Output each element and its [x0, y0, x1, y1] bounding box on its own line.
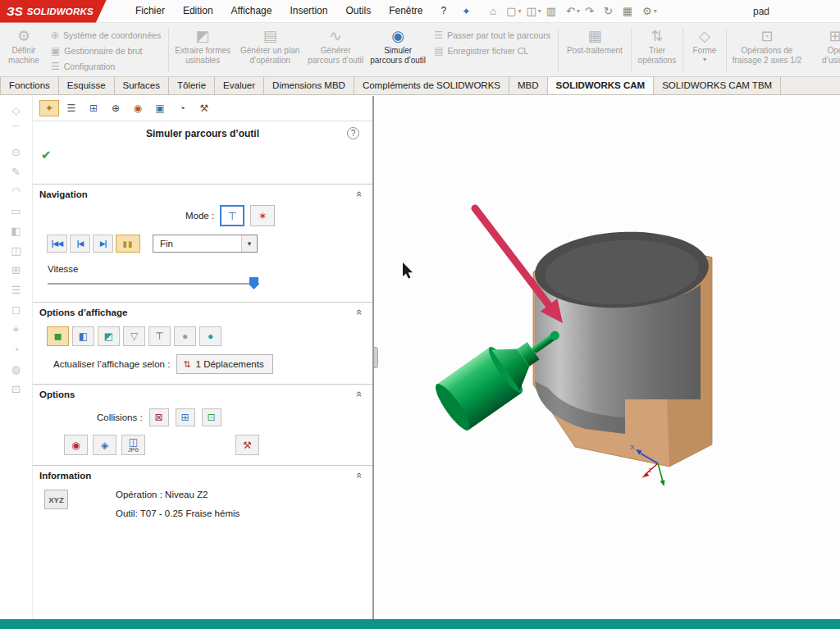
show-comparison-button[interactable]: ●: [199, 326, 221, 346]
tab-complements-solidworks[interactable]: Compléments de SOLIDWORKS: [354, 77, 509, 94]
save-model-button[interactable]: ◈: [93, 435, 116, 455]
panel-splitter-handle[interactable]: [374, 347, 378, 368]
collision-stop-button[interactable]: ⊠: [149, 408, 169, 426]
tab-evaluer[interactable]: Evaluer: [215, 77, 264, 94]
ribbon-step-through-button[interactable]: ☰ Passer par tout le parcours: [434, 30, 550, 41]
speed-slider[interactable]: [48, 277, 259, 290]
view-settings-icon[interactable]: ▦: [618, 5, 637, 17]
record-simulation-button[interactable]: ◉: [64, 435, 88, 455]
panel-tab-globe[interactable]: ◉: [128, 100, 148, 116]
panel-tab-tools[interactable]: ⚒: [194, 100, 214, 116]
ribbon-stock-manager-button[interactable]: ▣ Gestionnaire de brut: [51, 45, 161, 57]
show-tool-button[interactable]: ▽: [123, 326, 145, 346]
ribbon-post-process-button[interactable]: ▦ Post-traitement: [559, 25, 630, 75]
collision-holder-button[interactable]: ⊞: [176, 408, 195, 426]
tab-dimensions-mbd[interactable]: Dimensions MBD: [264, 77, 354, 94]
collision-fixture-button[interactable]: ⊡: [202, 408, 221, 426]
sidebar-tool-icon[interactable]: ⊙: [11, 146, 21, 158]
ribbon-simulate-toolpath-button[interactable]: ◉ Simuler parcours d’outil: [367, 25, 429, 75]
tab-mbd[interactable]: MBD: [509, 77, 548, 94]
play-to-next-button[interactable]: ▶|: [93, 235, 113, 253]
ribbon-generate-toolpath-button[interactable]: ∿ Générer parcours d’outil: [304, 25, 367, 75]
menu-edition[interactable]: Edition: [174, 0, 222, 22]
tab-fonctions[interactable]: Fonctions: [0, 77, 59, 94]
pin-menu-icon[interactable]: ✦: [462, 6, 470, 17]
menu-insertion[interactable]: Insertion: [281, 0, 336, 22]
sidebar-tool-icon[interactable]: ◻: [11, 303, 21, 316]
show-holder-button[interactable]: ⊤: [148, 326, 171, 346]
home-icon[interactable]: ⌂: [485, 5, 501, 17]
ok-check-icon[interactable]: ✔: [41, 148, 59, 162]
rebuild-icon[interactable]: ↻: [599, 5, 618, 17]
menu-fichier[interactable]: Fichier: [126, 0, 174, 22]
sidebar-tool-icon[interactable]: ✎: [11, 166, 21, 178]
simulation-settings-button[interactable]: ⚒: [235, 435, 259, 455]
sidebar-tool-icon[interactable]: ◠: [11, 185, 21, 198]
ribbon-extract-features-button[interactable]: ◩ Extraire formes usinables: [170, 25, 235, 75]
sidebar-tool-icon[interactable]: ◫: [11, 244, 21, 257]
ribbon-generate-plan-button[interactable]: ▤ Générer un plan d’opération: [235, 25, 304, 75]
collapse-chevron-icon[interactable]: «: [354, 309, 366, 315]
sidebar-tool-icon[interactable]: ◧: [11, 225, 21, 237]
moves-button[interactable]: ⇅ 1 Déplacements: [176, 354, 272, 374]
mode-turbo-button[interactable]: ✶: [250, 205, 275, 226]
show-machined-button[interactable]: ◩: [98, 326, 120, 346]
shape-dropdown-icon[interactable]: ▾: [703, 56, 706, 63]
sidebar-tool-icon[interactable]: ⌖: [13, 323, 19, 336]
ribbon-save-cl-button[interactable]: ▤ Enregistrer fichier CL: [434, 45, 550, 57]
pause-button[interactable]: ▮▮: [116, 235, 140, 253]
print-icon[interactable]: ▥: [541, 5, 561, 17]
ribbon-coordinate-system-button[interactable]: ⊕ Système de coordonnées: [51, 30, 161, 41]
slider-handle[interactable]: [249, 277, 258, 289]
sidebar-tool-icon[interactable]: ☰: [11, 284, 21, 296]
menu-fenetre[interactable]: Fenêtre: [380, 0, 431, 22]
skip-to-start-button[interactable]: |◀◀: [47, 235, 67, 253]
ribbon-configuration-button[interactable]: ☰ Configuration: [51, 61, 161, 72]
sidebar-tool-icon[interactable]: ⊞: [11, 264, 21, 276]
collapse-chevron-icon[interactable]: «: [354, 472, 366, 478]
tab-esquisse[interactable]: Esquisse: [59, 77, 115, 94]
tab-surfaces[interactable]: Surfaces: [115, 77, 169, 94]
ribbon-machining-operations-button[interactable]: ⊞ Opé d’usina: [806, 25, 840, 75]
collapse-chevron-icon[interactable]: «: [354, 191, 366, 197]
menu-help[interactable]: ?: [432, 0, 456, 22]
collapse-chevron-icon[interactable]: «: [354, 391, 366, 397]
sidebar-tool-icon[interactable]: ⌒: [11, 124, 21, 139]
panel-tab-table[interactable]: ☰: [62, 100, 81, 116]
chevron-down-icon[interactable]: ▾: [241, 235, 257, 252]
mode-tool-button[interactable]: ⊤: [220, 205, 244, 226]
sidebar-tool-icon[interactable]: ▭: [11, 205, 21, 217]
save-image-button[interactable]: ◫ JPG: [121, 435, 145, 455]
help-icon[interactable]: ?: [347, 127, 359, 139]
sidebar-tool-icon[interactable]: ◍: [11, 363, 21, 376]
show-stock-button[interactable]: ◼: [47, 326, 69, 346]
panel-tab-operation-tree[interactable]: ✦: [39, 100, 59, 116]
tab-solidworks-cam-tbm[interactable]: SOLIDWORKS CAM TBM: [654, 77, 781, 94]
sidebar-tool-icon[interactable]: ◇: [12, 104, 21, 116]
tab-solidworks-cam[interactable]: SOLIDWORKS CAM: [548, 77, 655, 94]
show-shaded-button[interactable]: ●: [174, 326, 196, 346]
options-dropdown-icon[interactable]: ▾: [654, 7, 657, 15]
position-dropdown[interactable]: Fin ▾: [153, 235, 258, 253]
panel-tab-tree[interactable]: ⊞: [84, 100, 103, 116]
menu-affichage[interactable]: Affichage: [222, 0, 281, 22]
ribbon-sort-operations-button[interactable]: ⇅ Trier opérations: [632, 25, 682, 75]
redo-icon[interactable]: ↷: [580, 5, 599, 17]
sidebar-tool-icon[interactable]: ◔: [13, 344, 20, 356]
xyz-button[interactable]: XYZ: [44, 490, 68, 509]
3d-scene[interactable]: X Z: [374, 96, 838, 619]
previous-step-button[interactable]: |◀: [70, 235, 90, 253]
graphics-viewport[interactable]: X Z: [374, 96, 840, 619]
menu-outils[interactable]: Outils: [336, 0, 380, 22]
slider-track[interactable]: [48, 283, 259, 285]
sidebar-tool-icon[interactable]: ⊡: [11, 383, 21, 395]
ribbon-mill-operations-button[interactable]: ⊡ Opérations de fraisage 2 axes 1/2: [728, 25, 806, 75]
mouse-cursor: [403, 262, 413, 279]
show-target-button[interactable]: ◧: [72, 326, 94, 346]
tab-tolerie[interactable]: Tôlerie: [169, 77, 215, 94]
ribbon-shape-button[interactable]: ◇ Forme ▾: [684, 25, 725, 75]
panel-tab-stack[interactable]: ▣: [150, 100, 170, 116]
panel-tab-crosshair[interactable]: ⊕: [106, 100, 126, 116]
panel-tab-clock[interactable]: ◔: [172, 100, 192, 116]
ribbon-define-machine-button[interactable]: ⚙ Définir machine: [2, 25, 46, 75]
